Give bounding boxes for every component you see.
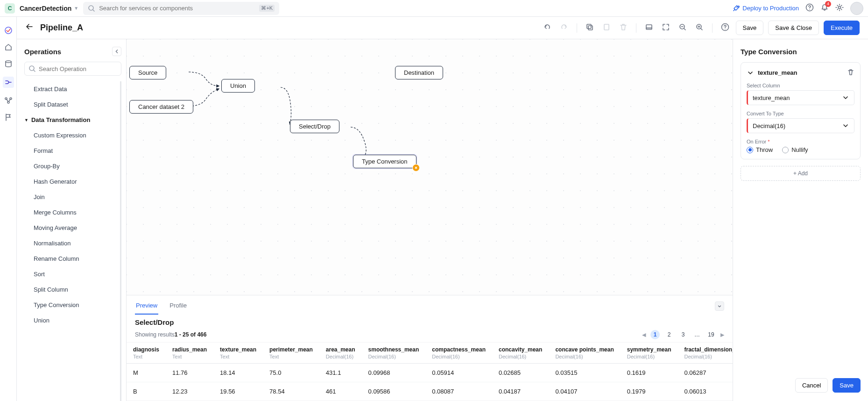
copy-button[interactable] [586, 23, 594, 33]
collapse-panel-button[interactable] [112, 47, 121, 56]
svg-rect-10 [604, 24, 609, 30]
save-close-button[interactable]: Save & Close [768, 21, 819, 35]
warning-icon [412, 164, 420, 172]
page-number[interactable]: 1 [650, 330, 660, 339]
operation-item[interactable]: Normalisation [24, 236, 117, 251]
operation-item[interactable]: Format [24, 143, 117, 158]
column-header[interactable]: compactness_meanDecimal(16) [425, 343, 492, 364]
operation-item[interactable]: Type Conversion [24, 297, 117, 313]
rail-flow-icon[interactable] [3, 77, 14, 88]
chevron-down-icon [842, 94, 849, 101]
gear-icon [835, 3, 844, 12]
operation-group-toggle[interactable]: ▼Data Transformation [24, 112, 117, 128]
operation-item[interactable]: Group-By [24, 158, 117, 174]
operation-item[interactable]: Extract Data [24, 81, 117, 97]
convert-type-dropdown[interactable]: Decimal(16) [747, 118, 854, 133]
operation-item[interactable]: Sort [24, 266, 117, 282]
column-header[interactable]: area_meanDecimal(16) [319, 343, 362, 364]
paste-button[interactable] [602, 23, 611, 33]
rail-database-icon[interactable] [4, 60, 13, 68]
operation-item[interactable]: Split Column [24, 282, 117, 297]
data-table: diagnosisTextradius_meanTexttexture_mean… [127, 343, 733, 401]
operation-item[interactable]: Union [24, 313, 117, 328]
props-cancel-button[interactable]: Cancel [795, 378, 828, 393]
deploy-label: Deploy to Production [742, 5, 799, 12]
global-search[interactable]: ⌘+K [83, 2, 279, 15]
operation-item[interactable]: Custom Expression [24, 128, 117, 143]
rail-home-icon[interactable] [4, 43, 13, 51]
pipeline-canvas[interactable]: Source Cancer dataset 2 Union Select/Dro… [127, 39, 733, 295]
table-cell: 19.56 [213, 382, 263, 401]
column-header[interactable]: perimeter_meanText [263, 343, 319, 364]
node-select-drop[interactable]: Select/Drop [290, 120, 339, 133]
help-button[interactable] [805, 3, 814, 13]
help-icon-button[interactable] [721, 23, 729, 33]
column-header[interactable]: symmetry_meanDecimal(16) [621, 343, 678, 364]
operation-search[interactable] [24, 62, 121, 76]
table-cell: 75.0 [263, 364, 319, 382]
page-number[interactable]: 19 [706, 330, 716, 339]
page-prev[interactable]: ◀ [642, 332, 646, 338]
operation-item[interactable]: Join [24, 189, 117, 205]
svg-rect-9 [588, 26, 593, 30]
column-header[interactable]: smoothness_meanDecimal(16) [362, 343, 426, 364]
fullscreen-button[interactable] [662, 23, 670, 33]
node-source[interactable]: Source [129, 66, 166, 79]
delete-button[interactable] [619, 23, 628, 33]
data-table-scroll[interactable]: diagnosisTextradius_meanTexttexture_mean… [127, 342, 733, 401]
node-destination[interactable]: Destination [395, 66, 443, 79]
tab-profile[interactable]: Profile [169, 297, 188, 315]
project-selector[interactable]: CancerDetection ▼ [20, 5, 78, 12]
help-icon [805, 3, 814, 12]
delete-conversion-button[interactable] [847, 68, 854, 77]
column-header[interactable]: concave points_meanDecimal(16) [549, 343, 620, 364]
select-column-dropdown[interactable]: texture_mean [747, 90, 854, 105]
node-cancer-dataset-2[interactable]: Cancer dataset 2 [129, 100, 193, 114]
page-number[interactable]: 3 [678, 330, 688, 339]
notifications-button[interactable]: 4 [820, 3, 829, 13]
undo-button[interactable] [543, 23, 551, 33]
column-header[interactable]: radius_meanText [166, 343, 213, 364]
page-next[interactable]: ▶ [720, 332, 724, 338]
operation-item[interactable]: Split Dataset [24, 97, 117, 112]
search-icon [28, 65, 36, 72]
rail-pipeline-logo-icon[interactable] [4, 26, 13, 35]
column-header[interactable]: fractal_dimension_meanDecimal(16) [678, 343, 733, 364]
props-save-button[interactable]: Save [833, 378, 861, 393]
deploy-button[interactable]: Deploy to Production [732, 5, 799, 12]
execute-button[interactable]: Execute [824, 21, 860, 35]
zoom-out-button[interactable] [678, 23, 687, 33]
rail-flag-icon[interactable] [4, 113, 13, 122]
operation-item[interactable]: Hash Generator [24, 174, 117, 189]
rail-graph-icon[interactable] [4, 96, 13, 105]
tab-preview[interactable]: Preview [135, 297, 158, 315]
save-button[interactable]: Save [736, 21, 764, 35]
table-cell: 0.1979 [621, 382, 678, 401]
user-avatar[interactable] [850, 2, 863, 15]
redo-button[interactable] [560, 23, 568, 33]
radio-throw[interactable]: Throw [747, 146, 773, 153]
operation-item[interactable]: Merge Columns [24, 205, 117, 220]
operation-item[interactable]: Moving Average [24, 220, 117, 236]
conversion-card-title: texture_mean [758, 69, 797, 76]
column-header[interactable]: texture_meanText [213, 343, 263, 364]
page-number[interactable]: 2 [664, 330, 674, 339]
zoom-in-button[interactable] [695, 23, 704, 33]
operation-search-input[interactable] [39, 65, 117, 72]
convert-type-value: Decimal(16) [753, 122, 785, 129]
radio-dot-icon [747, 147, 753, 153]
table-cell: 0.05914 [425, 364, 492, 382]
back-button[interactable] [25, 22, 34, 33]
operation-item[interactable]: Rename Column [24, 251, 117, 266]
node-type-conversion[interactable]: Type Conversion [353, 155, 416, 168]
column-header[interactable]: diagnosisText [127, 343, 166, 364]
global-search-input[interactable] [99, 5, 255, 12]
radio-nullify[interactable]: Nullify [782, 146, 808, 153]
fit-view-button[interactable] [645, 23, 653, 33]
settings-button[interactable] [835, 3, 844, 13]
add-conversion-button[interactable]: + Add [741, 166, 861, 181]
column-header[interactable]: concavity_meanDecimal(16) [492, 343, 549, 364]
collapse-preview-button[interactable] [715, 301, 724, 311]
node-union[interactable]: Union [221, 79, 255, 93]
chevron-down-icon[interactable] [747, 69, 754, 77]
